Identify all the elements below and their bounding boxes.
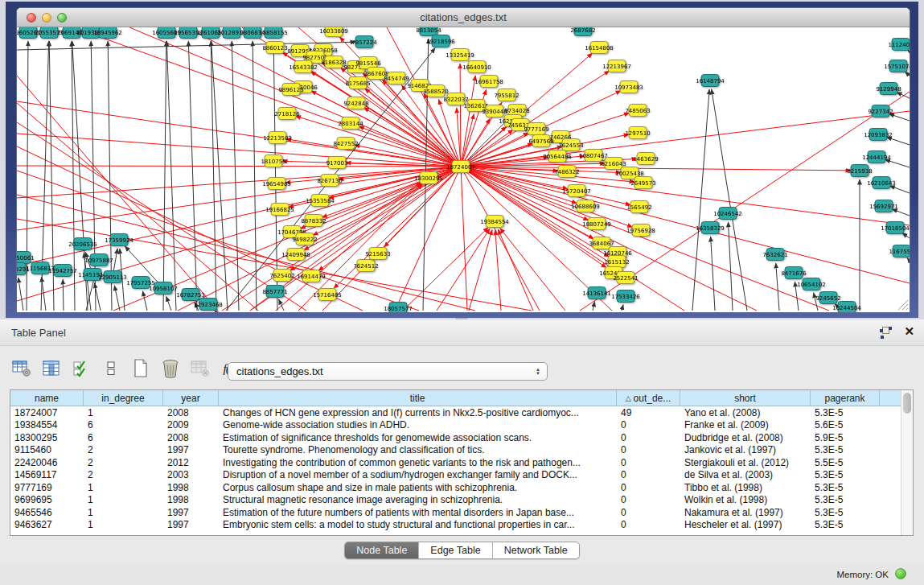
graph-node[interactable]: 1167553 — [889, 245, 910, 257]
tab-node-table[interactable]: Node Table — [345, 542, 419, 558]
column-settings-icon[interactable] — [11, 357, 32, 380]
graph-node[interactable]: 7857224 — [351, 36, 377, 48]
graph-node[interactable]: 17533426 — [611, 290, 640, 303]
graph-node[interactable]: 7485063 — [625, 105, 650, 117]
graph-node[interactable]: 9390448 — [482, 105, 507, 117]
graph-node[interactable]: 12444194 — [862, 151, 891, 163]
graph-node[interactable]: 1112406 — [888, 39, 910, 51]
graph-node[interactable]: 9498222 — [292, 233, 317, 245]
window-resize-grip[interactable] — [898, 300, 908, 310]
graph-node[interactable]: 9777169 — [524, 123, 548, 135]
graph-node[interactable]: 15858155 — [259, 27, 288, 39]
table-row[interactable]: 1456911722003Disruption of a novel membe… — [10, 469, 901, 482]
graph-node[interactable]: 14136141 — [582, 287, 611, 299]
graph-node[interactable]: 3624554 — [558, 139, 584, 151]
graph-node[interactable]: 2718126 — [274, 108, 300, 120]
graph-node[interactable]: 2803144 — [338, 117, 363, 130]
graph-node[interactable]: 20564486 — [543, 150, 572, 163]
table-select-dropdown[interactable]: citations_edges.txt ▲▼ — [228, 362, 548, 381]
graph-node[interactable]: 2649573 — [630, 177, 655, 189]
graph-node[interactable]: 917003 — [326, 157, 348, 169]
graph-node[interactable]: 8454749 — [384, 72, 409, 84]
graph-node[interactable]: 9896123 — [278, 84, 303, 96]
graph-node[interactable]: 16358329 — [696, 222, 725, 234]
delete-rows-trash-icon[interactable] — [160, 357, 181, 380]
graph-node[interactable]: 16640910 — [462, 61, 491, 73]
graph-node[interactable]: 7955812 — [494, 89, 519, 101]
graph-node[interactable]: 16961758 — [474, 76, 503, 88]
float-panel-icon[interactable] — [880, 327, 892, 339]
graph-node[interactable]: 18057577 — [384, 303, 413, 313]
graph-node[interactable]: 12409948 — [281, 249, 310, 261]
graph-node[interactable]: 8322037 — [443, 93, 468, 105]
graph-node[interactable]: 7625402 — [269, 270, 294, 282]
graph-node[interactable]: 8175685 — [345, 77, 370, 89]
graph-node[interactable]: 9215633 — [365, 248, 390, 260]
table-row[interactable]: 911546021997Tourette syndrome. Phenomeno… — [10, 444, 901, 457]
graph-node[interactable]: 1650061 — [17, 252, 35, 264]
graph-node[interactable]: 15751074 — [884, 60, 910, 72]
graph-node[interactable]: 16148794 — [696, 75, 725, 87]
graph-node[interactable]: 6497568 — [528, 135, 553, 147]
column-header-in_degree[interactable]: in_degree — [84, 390, 163, 406]
graph-node[interactable]: 8267130 — [317, 175, 342, 187]
graph-node[interactable]: 10973483 — [614, 81, 643, 93]
graph-node[interactable]: 1588520 — [423, 85, 448, 97]
graph-node[interactable]: 1565492 — [626, 201, 651, 213]
graph-node[interactable]: 8860123 — [262, 42, 287, 54]
graph-node[interactable]: 9242848 — [343, 97, 368, 109]
graph-node[interactable]: 16210643 — [867, 177, 896, 189]
graph-node[interactable]: 8857771 — [262, 286, 287, 298]
table-row[interactable]: 946554611997Estimation of the future num… — [10, 506, 901, 519]
graph-node[interactable]: 19218596 — [426, 35, 455, 47]
graph-node[interactable]: 7624512 — [353, 260, 378, 272]
graph-node[interactable]: 12213583 — [263, 132, 292, 144]
network-view-window[interactable]: citations_edges.txt 96052612055357320691… — [16, 7, 910, 313]
unmerge-rows-icon[interactable] — [101, 357, 121, 380]
graph-node[interactable]: 7632621 — [762, 249, 787, 261]
table-vertical-scrollbar[interactable] — [901, 390, 913, 535]
graph-node[interactable]: 8427552 — [333, 138, 358, 150]
graph-node[interactable]: 2522541 — [613, 272, 638, 284]
graph-node[interactable]: 7486322 — [554, 166, 579, 178]
table-row[interactable]: 969969511998Structural magnetic resonanc… — [10, 494, 901, 507]
graph-node[interactable]: 2687682 — [570, 27, 595, 36]
graph-node[interactable]: 10654102 — [797, 278, 826, 290]
close-panel-icon[interactable]: ✕ — [904, 324, 914, 339]
network-window-titlebar[interactable]: citations_edges.txt — [17, 8, 910, 27]
graph-node[interactable]: 9227342 — [868, 105, 893, 117]
table-row[interactable]: 1872400712008Changes of HCN gene express… — [10, 406, 901, 419]
tab-network-table[interactable]: Network Table — [493, 542, 579, 558]
graph-node[interactable]: 8186328 — [321, 56, 346, 68]
graph-node[interactable]: 1297510 — [625, 127, 650, 139]
graph-node[interactable]: 12093832 — [864, 129, 893, 141]
graph-node[interactable]: 19384554 — [480, 216, 509, 228]
graph-node[interactable]: 20206535 — [68, 238, 97, 250]
column-header-out_de[interactable]: △out_de... — [617, 390, 680, 406]
column-header-year[interactable]: year — [163, 390, 219, 406]
graph-node[interactable]: 8813054 — [416, 27, 441, 36]
citation-network-graph[interactable]: 9605261205535732069140610193573189459621… — [17, 27, 910, 312]
table-row[interactable]: 946362711997Embryonic stem cells: a mode… — [10, 519, 901, 532]
column-header-title[interactable]: title — [219, 390, 617, 406]
graph-node[interactable]: 19756928 — [626, 225, 655, 237]
new-document-icon[interactable] — [130, 357, 151, 380]
scrollbar-thumb[interactable] — [903, 393, 911, 414]
graph-node[interactable]: 16033809 — [319, 27, 348, 37]
tab-edge-table[interactable]: Edge Table — [419, 542, 492, 558]
graph-node[interactable]: 10246542 — [713, 208, 742, 220]
graph-node[interactable]: 12213967 — [602, 60, 631, 72]
graph-node[interactable]: 15692971 — [869, 200, 898, 212]
column-header-short[interactable]: short — [680, 390, 811, 406]
graph-node[interactable]: 17016504 — [881, 222, 910, 234]
graph-node[interactable]: 8878332 — [301, 215, 326, 227]
column-header-name[interactable]: name — [10, 390, 84, 406]
select-columns-icon[interactable] — [41, 357, 62, 380]
select-all-rows-icon[interactable] — [71, 357, 92, 380]
table-row[interactable]: 977716911998Corpus callosum shape and si… — [10, 481, 901, 494]
table-row[interactable]: 1938455462009Genome-wide association stu… — [10, 419, 901, 432]
graph-node[interactable]: 8215938 — [847, 165, 872, 177]
graph-node[interactable]: 8471676 — [781, 267, 807, 279]
graph-node[interactable]: 1463629 — [633, 153, 658, 165]
graph-node[interactable]: 1615132 — [604, 256, 629, 268]
